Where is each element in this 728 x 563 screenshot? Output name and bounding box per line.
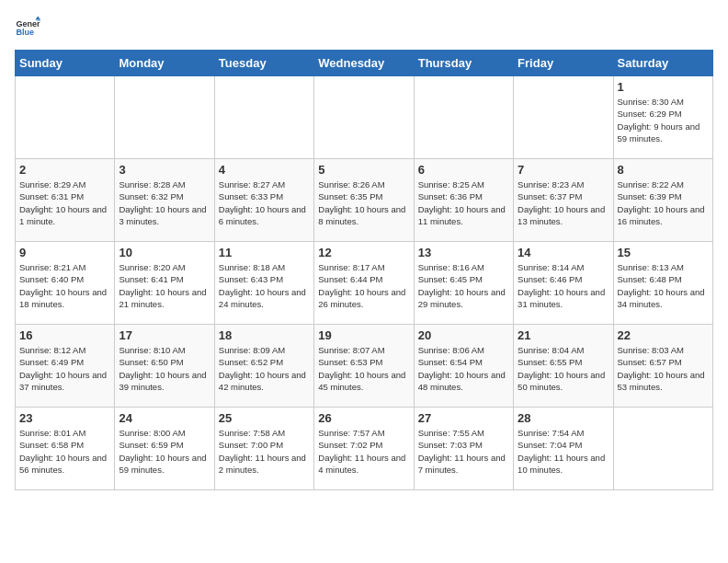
calendar-cell: 4Sunrise: 8:27 AM Sunset: 6:33 PM Daylig…	[214, 159, 313, 242]
day-number: 24	[119, 411, 210, 425]
day-number: 28	[518, 411, 609, 425]
day-info: Sunrise: 8:16 AM Sunset: 6:45 PM Dayligh…	[418, 261, 509, 310]
day-number: 14	[518, 246, 609, 259]
calendar-week-1: 1Sunrise: 8:30 AM Sunset: 6:29 PM Daylig…	[16, 76, 713, 159]
day-number: 1	[618, 80, 709, 94]
calendar-cell	[16, 76, 115, 159]
day-info: Sunrise: 8:09 AM Sunset: 6:52 PM Dayligh…	[219, 344, 310, 393]
svg-text:Blue: Blue	[16, 28, 34, 37]
day-number: 22	[618, 328, 709, 342]
day-info: Sunrise: 8:03 AM Sunset: 6:57 PM Dayligh…	[618, 344, 709, 393]
day-info: Sunrise: 8:18 AM Sunset: 6:43 PM Dayligh…	[219, 261, 310, 310]
calendar-week-3: 9Sunrise: 8:21 AM Sunset: 6:40 PM Daylig…	[16, 242, 713, 325]
day-number: 9	[19, 246, 110, 259]
day-number: 15	[618, 246, 709, 259]
calendar-cell: 12Sunrise: 8:17 AM Sunset: 6:44 PM Dayli…	[314, 242, 414, 325]
day-number: 3	[119, 163, 210, 177]
day-number: 18	[219, 328, 310, 342]
day-info: Sunrise: 8:21 AM Sunset: 6:40 PM Dayligh…	[19, 261, 110, 310]
day-info: Sunrise: 8:12 AM Sunset: 6:49 PM Dayligh…	[19, 344, 110, 393]
logo: General Blue	[15, 15, 44, 40]
calendar-cell: 8Sunrise: 8:22 AM Sunset: 6:39 PM Daylig…	[613, 159, 712, 242]
calendar-cell: 9Sunrise: 8:21 AM Sunset: 6:40 PM Daylig…	[16, 242, 115, 325]
day-info: Sunrise: 8:22 AM Sunset: 6:39 PM Dayligh…	[618, 178, 709, 227]
calendar-cell: 28Sunrise: 7:54 AM Sunset: 7:04 PM Dayli…	[514, 408, 613, 490]
day-number: 23	[19, 411, 110, 425]
calendar-cell: 21Sunrise: 8:04 AM Sunset: 6:55 PM Dayli…	[514, 325, 613, 408]
calendar-week-4: 16Sunrise: 8:12 AM Sunset: 6:49 PM Dayli…	[16, 325, 713, 408]
day-number: 25	[219, 411, 310, 425]
calendar-cell	[214, 76, 313, 159]
day-number: 20	[418, 328, 509, 342]
calendar-cell: 20Sunrise: 8:06 AM Sunset: 6:54 PM Dayli…	[414, 325, 513, 408]
calendar-table: SundayMondayTuesdayWednesdayThursdayFrid…	[15, 50, 713, 490]
day-info: Sunrise: 8:04 AM Sunset: 6:55 PM Dayligh…	[518, 344, 609, 393]
day-info: Sunrise: 8:29 AM Sunset: 6:31 PM Dayligh…	[19, 178, 110, 227]
day-info: Sunrise: 8:30 AM Sunset: 6:29 PM Dayligh…	[618, 96, 709, 144]
header-tuesday: Tuesday	[214, 51, 313, 76]
day-info: Sunrise: 8:14 AM Sunset: 6:46 PM Dayligh…	[518, 261, 609, 310]
calendar-cell: 24Sunrise: 8:00 AM Sunset: 6:59 PM Dayli…	[115, 408, 214, 490]
header-thursday: Thursday	[414, 51, 513, 76]
calendar-cell: 19Sunrise: 8:07 AM Sunset: 6:53 PM Dayli…	[314, 325, 414, 408]
day-number: 12	[318, 246, 409, 259]
calendar-cell: 11Sunrise: 8:18 AM Sunset: 6:43 PM Dayli…	[214, 242, 313, 325]
calendar-cell: 1Sunrise: 8:30 AM Sunset: 6:29 PM Daylig…	[613, 76, 712, 159]
calendar-cell: 23Sunrise: 8:01 AM Sunset: 6:58 PM Dayli…	[16, 408, 115, 490]
calendar-week-2: 2Sunrise: 8:29 AM Sunset: 6:31 PM Daylig…	[16, 159, 713, 242]
calendar-cell: 13Sunrise: 8:16 AM Sunset: 6:45 PM Dayli…	[414, 242, 513, 325]
calendar-cell: 15Sunrise: 8:13 AM Sunset: 6:48 PM Dayli…	[613, 242, 712, 325]
day-number: 6	[418, 163, 509, 177]
calendar-cell: 10Sunrise: 8:20 AM Sunset: 6:41 PM Dayli…	[115, 242, 214, 325]
calendar-cell: 6Sunrise: 8:25 AM Sunset: 6:36 PM Daylig…	[414, 159, 513, 242]
day-number: 21	[518, 328, 609, 342]
day-info: Sunrise: 8:27 AM Sunset: 6:33 PM Dayligh…	[219, 178, 310, 227]
day-info: Sunrise: 7:54 AM Sunset: 7:04 PM Dayligh…	[518, 427, 609, 476]
day-number: 11	[219, 246, 310, 259]
header-wednesday: Wednesday	[314, 51, 414, 76]
header-monday: Monday	[115, 51, 214, 76]
day-info: Sunrise: 8:28 AM Sunset: 6:32 PM Dayligh…	[119, 178, 210, 227]
calendar-header-row: SundayMondayTuesdayWednesdayThursdayFrid…	[16, 51, 713, 76]
calendar-cell: 17Sunrise: 8:10 AM Sunset: 6:50 PM Dayli…	[115, 325, 214, 408]
calendar-cell: 16Sunrise: 8:12 AM Sunset: 6:49 PM Dayli…	[16, 325, 115, 408]
day-number: 10	[119, 246, 210, 259]
calendar-cell: 14Sunrise: 8:14 AM Sunset: 6:46 PM Dayli…	[514, 242, 613, 325]
day-number: 7	[518, 163, 609, 177]
day-info: Sunrise: 7:55 AM Sunset: 7:03 PM Dayligh…	[418, 427, 509, 476]
day-info: Sunrise: 7:58 AM Sunset: 7:00 PM Dayligh…	[219, 427, 310, 476]
header-saturday: Saturday	[613, 51, 712, 76]
day-info: Sunrise: 8:07 AM Sunset: 6:53 PM Dayligh…	[318, 344, 409, 393]
day-info: Sunrise: 8:23 AM Sunset: 6:37 PM Dayligh…	[518, 178, 609, 227]
calendar-cell: 22Sunrise: 8:03 AM Sunset: 6:57 PM Dayli…	[613, 325, 712, 408]
day-number: 8	[618, 163, 709, 177]
calendar-cell: 18Sunrise: 8:09 AM Sunset: 6:52 PM Dayli…	[214, 325, 313, 408]
header-sunday: Sunday	[16, 51, 115, 76]
day-info: Sunrise: 8:01 AM Sunset: 6:58 PM Dayligh…	[19, 427, 110, 476]
calendar-cell	[613, 408, 712, 490]
day-info: Sunrise: 8:06 AM Sunset: 6:54 PM Dayligh…	[418, 344, 509, 393]
day-info: Sunrise: 8:00 AM Sunset: 6:59 PM Dayligh…	[119, 427, 210, 476]
calendar-week-5: 23Sunrise: 8:01 AM Sunset: 6:58 PM Dayli…	[16, 408, 713, 490]
day-number: 26	[318, 411, 409, 425]
calendar-cell: 5Sunrise: 8:26 AM Sunset: 6:35 PM Daylig…	[314, 159, 414, 242]
day-info: Sunrise: 7:57 AM Sunset: 7:02 PM Dayligh…	[318, 427, 409, 476]
day-info: Sunrise: 8:20 AM Sunset: 6:41 PM Dayligh…	[119, 261, 210, 310]
header-friday: Friday	[514, 51, 613, 76]
calendar-cell	[314, 76, 414, 159]
day-number: 27	[418, 411, 509, 425]
day-number: 4	[219, 163, 310, 177]
day-number: 19	[318, 328, 409, 342]
day-number: 2	[19, 163, 110, 177]
day-info: Sunrise: 8:10 AM Sunset: 6:50 PM Dayligh…	[119, 344, 210, 393]
calendar-cell	[514, 76, 613, 159]
day-info: Sunrise: 8:25 AM Sunset: 6:36 PM Dayligh…	[418, 178, 509, 227]
logo-icon: General Blue	[15, 15, 40, 40]
day-info: Sunrise: 8:26 AM Sunset: 6:35 PM Dayligh…	[318, 178, 409, 227]
day-number: 17	[119, 328, 210, 342]
calendar-cell: 7Sunrise: 8:23 AM Sunset: 6:37 PM Daylig…	[514, 159, 613, 242]
calendar-cell: 26Sunrise: 7:57 AM Sunset: 7:02 PM Dayli…	[314, 408, 414, 490]
day-info: Sunrise: 8:17 AM Sunset: 6:44 PM Dayligh…	[318, 261, 409, 310]
day-info: Sunrise: 8:13 AM Sunset: 6:48 PM Dayligh…	[618, 261, 709, 310]
calendar-cell	[414, 76, 513, 159]
